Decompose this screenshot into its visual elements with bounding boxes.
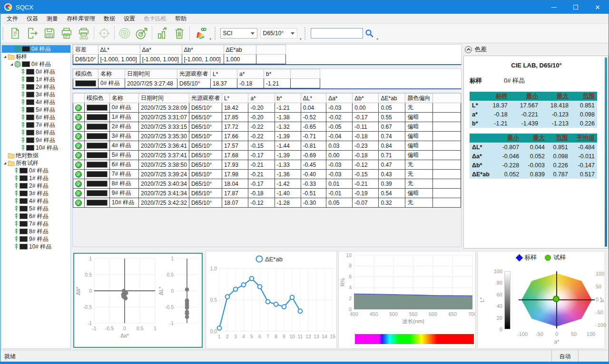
sample-row[interactable]: ✓4# 样品2020/7/25 3:36:41D65/10°17.57-0.15… <box>73 141 461 151</box>
measure-sample-button[interactable] <box>133 25 150 42</box>
sample-swatch-cell <box>84 179 109 189</box>
tree-item[interactable]: 3# 样品 <box>2 91 70 98</box>
collapse-button[interactable] <box>465 46 472 53</box>
color-swatch <box>26 69 34 75</box>
print-word-button[interactable]: Word <box>75 25 92 42</box>
sample-color-swatch <box>87 181 108 187</box>
delete-button[interactable] <box>171 25 188 42</box>
scatter-chart-panel[interactable]: -1-1-0.5-0.5000.50.511Δa*Δb*-1-0.500.51Δ… <box>73 253 203 348</box>
color-match-button[interactable] <box>191 25 208 42</box>
toolbar-overflow-icon[interactable]: ▾ <box>209 37 212 41</box>
tree-item[interactable]: 7# 样品 <box>2 121 70 129</box>
toolbar-overflow-icon[interactable]: ▾ <box>300 37 302 41</box>
sample-cell: 2020/7/25 3:35:30 <box>139 132 189 141</box>
tree-expander-icon[interactable] <box>4 162 6 164</box>
svg-text:4: 4 <box>349 285 352 290</box>
tree-item[interactable]: 4# 样品 <box>2 197 70 205</box>
tree-item[interactable]: 5# 样品 <box>2 106 70 114</box>
sample-cell: 2020/7/25 3:39:24 <box>139 170 189 179</box>
sample-color-swatch <box>87 152 108 158</box>
tree-item[interactable]: 6# 样品 <box>2 212 70 220</box>
sample-row[interactable]: ✓9# 样品2020/7/25 3:41:34D65/10°17.87-0.18… <box>73 189 461 198</box>
lab-colorwheel-chart-panel[interactable]: 标样试样100806040200L*100500-50-100b*-100-50… <box>477 251 605 349</box>
toolbar-overflow-icon[interactable]: ▾ <box>376 37 379 41</box>
auto-mode-button[interactable]: 自动 <box>551 350 578 363</box>
minimize-button[interactable] <box>543 0 565 14</box>
toolbar-grip[interactable] <box>215 27 216 39</box>
toolbar-grip[interactable] <box>304 27 306 39</box>
sample-cell: -0.40 <box>301 170 326 179</box>
tree-item[interactable]: 3# 样品 <box>2 190 70 197</box>
sample-row[interactable]: ✓2# 样品2020/7/25 3:33:15D65/10°17.72-0.22… <box>73 122 461 132</box>
tree-item[interactable]: 2# 样品 <box>2 182 70 190</box>
illuminant-select[interactable]: D65/10° <box>260 28 297 38</box>
sample-row[interactable]: ✓7# 样品2020/7/25 3:39:24D65/10°17.98-0.21… <box>73 170 461 179</box>
standard-row[interactable]: 0# 样品2020/7/25 3:27:48D65/10°18.37-0.18-… <box>73 79 320 88</box>
tree-item[interactable]: 9# 样品 <box>2 235 70 243</box>
color-swatch <box>26 122 34 128</box>
tree-item[interactable]: 9# 样品 <box>2 136 70 144</box>
sample-row[interactable]: ✓8# 样品2020/7/25 3:40:34D65/10°18.04-0.17… <box>73 179 461 189</box>
close-button[interactable]: ✕ <box>587 0 609 14</box>
menu-item[interactable]: 文件 <box>2 14 22 24</box>
standard-header-cell: 日期时间 <box>125 69 177 79</box>
arrow-icon <box>21 106 25 113</box>
search-button[interactable] <box>363 28 375 39</box>
lab-header-row: 标样最小最大范围 <box>470 92 597 101</box>
menu-item[interactable]: 设置 <box>119 14 139 24</box>
tree-item-label: 3# 样品 <box>29 190 49 198</box>
color-swatch <box>20 168 28 173</box>
menu-item[interactable]: 数据 <box>99 14 119 24</box>
tree-expander-icon[interactable] <box>10 63 13 66</box>
search-input[interactable] <box>311 28 363 38</box>
tree-expander-icon[interactable] <box>4 56 6 58</box>
maximize-button[interactable] <box>565 0 587 14</box>
statistics-button[interactable] <box>154 25 171 42</box>
lab-cell: -0.123 <box>540 110 571 119</box>
spectral-reflectance-chart-panel[interactable]: 0246810400450500550600650700波长(nm)R% <box>338 251 476 349</box>
tree-item[interactable]: 0# 样品 <box>2 45 70 53</box>
menu-item[interactable]: 测量 <box>42 14 62 24</box>
tree-item[interactable]: 10# 样品 <box>2 243 70 250</box>
toolbar-separator <box>114 26 115 40</box>
tree-item[interactable]: 2# 样品 <box>2 83 70 91</box>
arrow-icon <box>21 144 25 151</box>
new-document-button[interactable] <box>7 25 24 42</box>
sample-row[interactable]: ✓10# 样品2020/7/25 3:42:32D65/10°18.07-0.1… <box>73 198 461 208</box>
deltae-trend-chart-panel[interactable]: ΔE*ab1234567891011121314150.00.51.0 <box>206 251 337 349</box>
tree-item[interactable]: 10# 样品 <box>2 144 70 152</box>
export-button[interactable] <box>24 25 41 42</box>
tree-item[interactable]: 4# 样品 <box>2 98 70 106</box>
panel-scroll-strip[interactable] <box>605 57 607 247</box>
tree-item[interactable]: 7# 样品 <box>2 220 70 228</box>
toolbar-grip[interactable] <box>2 27 4 39</box>
print-button[interactable] <box>58 25 75 42</box>
tree-item[interactable]: 绝对数据 <box>2 152 70 159</box>
menu-item[interactable]: 仪器 <box>22 14 42 24</box>
sci-sce-select[interactable]: SCI <box>220 28 257 38</box>
sample-row[interactable]: ✓1# 样品2020/7/25 3:31:07D65/10°17.85-0.20… <box>73 113 461 122</box>
sample-row[interactable]: ✓6# 样品2020/7/25 3:38:50D65/10°17.93-0.21… <box>73 160 461 170</box>
tree-item[interactable]: 5# 样品 <box>2 205 70 212</box>
tree-item[interactable]: 1# 样品 <box>2 76 70 83</box>
tree-item[interactable]: 所有试样 <box>2 159 70 167</box>
tree-item[interactable]: 0# 样品 <box>2 167 70 174</box>
sample-cell: -1.40 <box>275 189 301 198</box>
tree-item[interactable]: 6# 样品 <box>2 114 70 121</box>
tree-item[interactable]: 标样 <box>2 53 70 60</box>
sample-cell: -0.04 <box>326 132 353 141</box>
menu-item[interactable]: 帮助 <box>171 14 191 24</box>
tree-item[interactable]: 1# 样品 <box>2 174 70 182</box>
sample-cell <box>433 113 461 122</box>
sample-row[interactable]: ✓5# 样品2020/7/25 3:37:41D65/10°17.68-0.17… <box>73 151 461 160</box>
menu-item[interactable]: 存样库管理 <box>62 14 99 24</box>
tree-item[interactable]: 8# 样品 <box>2 129 70 136</box>
tree-item[interactable]: 0# 样品 <box>2 68 70 76</box>
tree-item[interactable]: 8# 样品 <box>2 228 70 235</box>
tree-item[interactable]: 0# 样品 <box>2 60 70 68</box>
sample-row[interactable]: ✓3# 样品2020/7/25 3:35:30D65/10°17.66-0.22… <box>73 132 461 141</box>
save-button[interactable] <box>41 25 58 42</box>
tolerance-row[interactable]: D65/10°[-1.000, 1.000][-1.000, 1.000][-1… <box>73 55 286 64</box>
sample-row[interactable]: ✓0# 样品2020/7/25 3:28:09D65/10°18.42-0.20… <box>73 103 461 113</box>
sample-cell: -0.65 <box>301 122 326 132</box>
